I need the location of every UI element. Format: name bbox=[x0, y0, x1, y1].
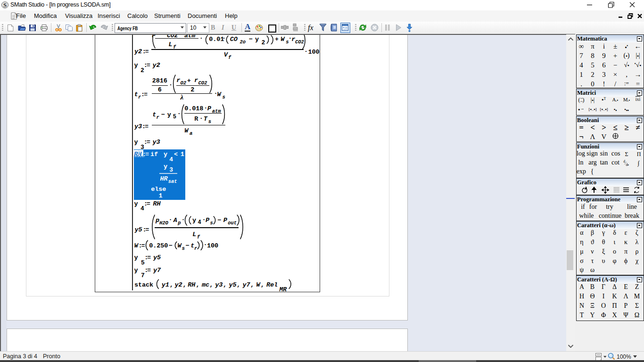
svg-text:S: S bbox=[3, 1, 7, 8]
svg-text:?: ? bbox=[333, 25, 336, 30]
